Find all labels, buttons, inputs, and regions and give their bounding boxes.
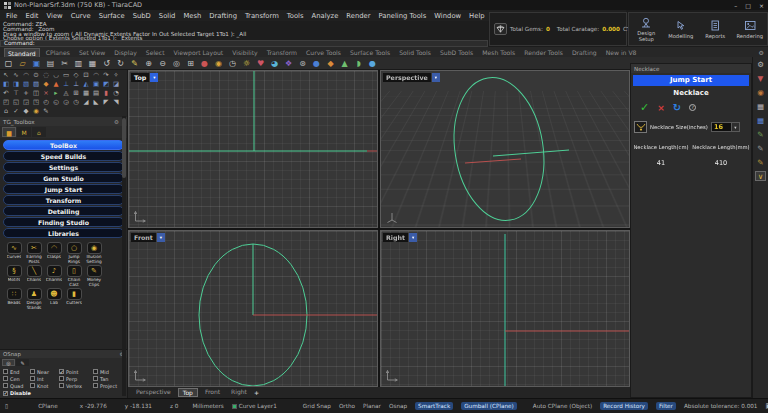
viewport-menu-chevron-icon[interactable]: ▾ — [432, 73, 440, 82]
menu-item[interactable]: File — [6, 12, 17, 20]
toolbox-button[interactable]: Gem Studio — [3, 173, 124, 183]
osnap-disable-checkbox[interactable]: Disable — [0, 389, 127, 398]
viewport-title-front[interactable]: Front — [131, 233, 156, 242]
tool-icon[interactable]: ◩ — [101, 80, 111, 89]
tool-icon[interactable]: ◠ — [91, 71, 101, 80]
toolbox-item[interactable]: ▯ Chain Cast — [64, 265, 84, 287]
ortho-toggle[interactable]: Ortho — [339, 403, 355, 409]
tool-icon[interactable]: ◉ — [31, 107, 41, 116]
toolbox-button[interactable]: Libraries — [3, 228, 124, 238]
menu-item[interactable]: SubD — [133, 12, 151, 20]
panel-tab-icon[interactable]: ◉ — [755, 87, 766, 97]
tool-icon[interactable]: ◪ — [111, 80, 121, 89]
units-indicator[interactable]: Millimeters — [192, 403, 223, 409]
tool-icon[interactable]: ◵ — [51, 98, 61, 107]
tool-icon[interactable]: ◷ — [71, 98, 81, 107]
toolbar-tab[interactable]: Drafting — [569, 48, 600, 57]
toolbox-button[interactable]: Jump Start — [3, 184, 124, 194]
panel-tab-icon[interactable]: ✎ — [755, 157, 766, 167]
viewport-right[interactable]: Right ▾ — [380, 230, 630, 387]
add-viewport-button[interactable]: + — [254, 389, 259, 396]
panel-tab-icon[interactable]: ⚙ — [755, 59, 766, 69]
jump-start-header-button[interactable]: Jump Start — [633, 75, 749, 86]
toolbar-tab[interactable]: CPlanes — [43, 48, 73, 57]
tool-icon[interactable]: ◢ — [81, 98, 91, 107]
tool-icon[interactable]: ◆ — [21, 107, 31, 116]
menu-item[interactable]: Tools — [287, 12, 304, 20]
toolbox-item[interactable]: ○ Jump Rings — [64, 242, 84, 264]
command-prompt-input[interactable]: Command: — [0, 40, 488, 47]
toolbar-tab[interactable]: Render Tools — [521, 48, 566, 57]
toolbar-icon[interactable]: ⊕ — [143, 58, 154, 69]
tool-icon[interactable]: ◨ — [11, 80, 21, 89]
menu-item[interactable]: Mesh — [183, 12, 201, 20]
toolbar-tab[interactable]: Display — [111, 48, 139, 57]
toolbox-button[interactable]: Detailing — [3, 206, 124, 216]
toolbox-button[interactable]: Speed Builds — [3, 151, 124, 161]
osnap-checkbox[interactable]: Point — [59, 368, 93, 375]
menu-item[interactable]: Edit — [25, 12, 38, 20]
toolbar-icon[interactable]: ❖ — [283, 58, 294, 69]
panel-tab-icon[interactable]: ∨ — [755, 171, 766, 181]
tool-icon[interactable]: + — [21, 89, 31, 98]
toolbar-icon[interactable]: ↻ — [115, 58, 126, 69]
reports-button[interactable]: Reports — [698, 13, 733, 45]
osnap-checkbox[interactable]: Project — [93, 382, 123, 389]
sidebar-scrollbar[interactable] — [122, 116, 126, 396]
tool-icon[interactable]: ⊡ — [81, 71, 91, 80]
menu-item[interactable]: Analyze — [312, 12, 339, 20]
toolbox-item[interactable]: ╲ Chains — [24, 265, 44, 287]
toolbar-tab[interactable]: Mesh Tools — [479, 48, 518, 57]
ribbon-gear-icon[interactable]: ⚙ — [759, 49, 764, 56]
viewport-title-perspective[interactable]: Perspective — [383, 73, 431, 82]
tool-icon[interactable]: ✧ — [111, 71, 121, 80]
menu-item[interactable]: View — [47, 12, 63, 20]
record-history-toggle[interactable]: Record History — [600, 402, 648, 410]
info-icon[interactable]: ? — [689, 104, 696, 111]
toolbox-item[interactable]: ♟ Design Stands — [24, 288, 44, 310]
viewport-menu-chevron-icon[interactable]: ▾ — [157, 233, 165, 242]
tool-icon[interactable]: ∿ — [11, 71, 21, 80]
toolbar-tab[interactable]: Curve Tools — [303, 48, 344, 57]
osnap-checkbox[interactable]: Knot — [30, 382, 59, 389]
tool-icon[interactable]: ◣ — [91, 98, 101, 107]
cplane-selector[interactable]: CPlane — [38, 403, 58, 409]
panel-tab-icon[interactable]: ▦ — [755, 101, 766, 111]
tool-icon[interactable]: ◌ — [41, 71, 51, 80]
viewport-tab[interactable]: Perspective — [132, 388, 175, 397]
panel-tab-icon[interactable]: ✎ — [755, 129, 766, 139]
toolbar-tab[interactable]: Solid Tools — [396, 48, 434, 57]
tool-icon[interactable]: ✓ — [11, 107, 21, 116]
tool-icon[interactable]: ⌂ — [1, 107, 11, 116]
viewport-menu-chevron-icon[interactable]: ▾ — [409, 233, 417, 242]
toolbar-icon[interactable]: ◗ — [353, 58, 364, 69]
necklace-size-dropdown[interactable]: 16 ▾ — [711, 122, 740, 132]
minimize-button[interactable]: – — [734, 2, 737, 9]
tool-icon[interactable]: ◰ — [1, 98, 11, 107]
osnap-checkbox[interactable]: Tan — [93, 375, 123, 382]
viewport-front[interactable]: Front ▾ — [128, 230, 378, 387]
maximize-button[interactable]: □ — [745, 2, 751, 9]
tool-icon[interactable]: ▧ — [21, 80, 31, 89]
toolbar-icon[interactable]: ⊖ — [157, 58, 168, 69]
tool-icon[interactable]: ◶ — [61, 98, 71, 107]
toolbar-icon[interactable]: ✎ — [129, 58, 140, 69]
design-setup-button[interactable]: Design Setup — [629, 13, 664, 45]
viewport-perspective[interactable]: Perspective ▾ — [380, 70, 630, 228]
menu-item[interactable]: Transform — [245, 12, 279, 20]
modelling-button[interactable]: Modelling — [664, 13, 699, 45]
tool-icon[interactable]: ⊥ — [61, 80, 71, 89]
panel-tab-icon[interactable]: ▼ — [755, 73, 766, 83]
toolbox-item[interactable]: ☻ Lab — [44, 288, 64, 310]
toolbar-tab[interactable]: Set View — [76, 48, 108, 57]
toolbar-icon[interactable]: ● — [367, 58, 378, 69]
planar-toggle[interactable]: Planar — [363, 403, 381, 409]
toolbar-tab[interactable]: New in V8 — [603, 48, 640, 57]
toolbar-icon[interactable]: ✂ — [59, 58, 70, 69]
chevron-down-icon[interactable]: ▾ — [731, 123, 739, 131]
tool-icon[interactable]: ◔ — [111, 89, 121, 98]
toolbar-tab[interactable]: SubD Tools — [437, 48, 476, 57]
toolbar-icon[interactable]: ☼ — [241, 58, 252, 69]
tool-icon[interactable]: ⊙ — [31, 71, 41, 80]
osnap-checkbox[interactable]: Vertex — [59, 382, 93, 389]
